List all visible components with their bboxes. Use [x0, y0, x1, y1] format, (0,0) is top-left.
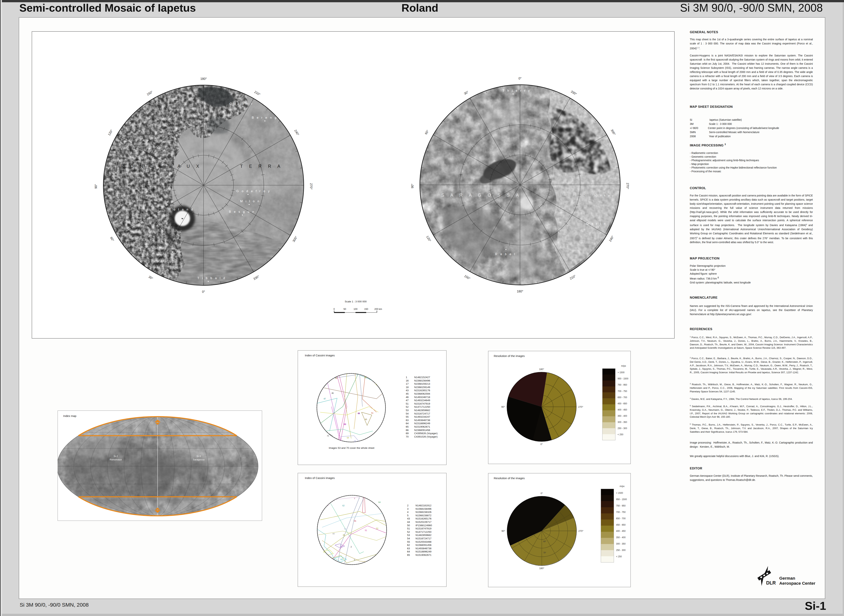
- svg-text:51: 51: [406, 402, 409, 405]
- svg-text:G o d e f r o y: G o d e f r o y: [237, 189, 271, 193]
- svg-text:66: 66: [406, 429, 409, 431]
- svg-text:54: 54: [340, 545, 342, 547]
- svg-text:Si-3: Si-3: [196, 455, 201, 458]
- svg-text:N1493846738: N1493846738: [414, 419, 430, 422]
- svg-text:Images 53 and 70 cover the who: Images 53 and 70 cover the whole sheet: [329, 447, 374, 449]
- svg-text:55: 55: [406, 415, 409, 418]
- svg-text:N1516747919: N1516747919: [416, 527, 431, 530]
- svg-text:N1568091456: N1568091456: [416, 544, 431, 546]
- svg-text:63: 63: [407, 547, 410, 550]
- svg-text:17: 17: [406, 383, 409, 385]
- svg-text:270°: 270°: [310, 183, 313, 189]
- svg-text:240°: 240°: [608, 235, 615, 242]
- svg-text:N1482152427: N1482152427: [414, 376, 430, 379]
- svg-text:Resolution of the images: Resolution of the images: [494, 477, 525, 480]
- svg-text:400 - 450: 400 - 450: [618, 408, 627, 411]
- svg-text:T E R R A: T E R R A: [555, 192, 597, 197]
- svg-text:62: 62: [343, 505, 345, 507]
- svg-text:45: 45: [406, 392, 409, 395]
- svg-text:N1518896249: N1518896249: [416, 550, 431, 553]
- svg-text:210°: 210°: [569, 274, 576, 280]
- svg-text:50: 50: [344, 308, 346, 311]
- svg-text:150°: 150°: [464, 274, 471, 280]
- svg-text:Index map: Index map: [63, 414, 76, 418]
- svg-text:0°: 0°: [202, 290, 205, 293]
- svg-text:N1482859682: N1482859682: [414, 409, 430, 412]
- svg-text:90°: 90°: [501, 405, 505, 408]
- svg-text:Index of Cassini images: Index of Cassini images: [305, 354, 335, 357]
- svg-text:43: 43: [406, 389, 409, 392]
- svg-text:55: 55: [354, 440, 356, 442]
- svg-text:46: 46: [406, 396, 409, 399]
- svg-text:O g i e r: O g i e r: [188, 124, 208, 128]
- svg-text:T E R R A: T E R R A: [240, 164, 283, 169]
- svg-text:N1493846738: N1493846738: [416, 547, 431, 550]
- svg-text:2: 2: [407, 504, 409, 507]
- svg-text:C4395626 (Voyager): C4395626 (Voyager): [414, 432, 438, 435]
- svg-text:N1482181912: N1482181912: [416, 504, 431, 507]
- svg-text:63: 63: [341, 558, 343, 560]
- svg-text:65: 65: [323, 551, 326, 553]
- svg-text:55: 55: [407, 540, 410, 543]
- svg-text:270°: 270°: [626, 183, 629, 189]
- svg-text:63: 63: [406, 419, 409, 422]
- svg-text:G e r i n: G e r i n: [586, 222, 606, 225]
- svg-text:60°: 60°: [110, 236, 115, 242]
- svg-text:45: 45: [365, 418, 367, 421]
- svg-text:52: 52: [407, 531, 410, 533]
- svg-text:4: 4: [354, 497, 355, 500]
- svg-text:65: 65: [407, 554, 410, 556]
- svg-text:60°: 60°: [543, 540, 546, 543]
- svg-text:43: 43: [343, 534, 345, 536]
- svg-text:750 - 950: 750 - 950: [618, 384, 627, 386]
- svg-text:65: 65: [406, 425, 409, 428]
- svg-text:47: 47: [406, 399, 409, 402]
- svg-text:N1471712250: N1471712250: [414, 405, 430, 408]
- svg-text:120°: 120°: [107, 129, 113, 136]
- svg-text:400 - 450: 400 - 450: [616, 530, 626, 532]
- svg-text:55: 55: [354, 520, 356, 522]
- svg-text:51: 51: [365, 529, 367, 531]
- svg-text:Roncevaux: Roncevaux: [110, 458, 122, 461]
- svg-text:180°: 180°: [539, 567, 544, 570]
- svg-text:T i b b a l d: T i b b a l d: [197, 276, 226, 280]
- svg-text:47: 47: [323, 397, 326, 400]
- svg-text:300°: 300°: [610, 129, 616, 136]
- svg-text:N1516265176: N1516265176: [414, 389, 430, 392]
- svg-text:330°: 330°: [253, 274, 260, 281]
- svg-text:m/px: m/px: [620, 485, 625, 488]
- svg-text:16: 16: [406, 379, 409, 382]
- svg-text:O t h e r: O t h e r: [596, 194, 615, 197]
- svg-text:Index of Cassini images: Index of Cassini images: [305, 476, 335, 480]
- svg-text:270°: 270°: [578, 529, 584, 532]
- svg-text:60°: 60°: [424, 129, 429, 135]
- svg-text:70: 70: [327, 435, 329, 437]
- svg-text:5: 5: [407, 514, 409, 517]
- svg-text:R a b e l: R a b e l: [495, 252, 516, 256]
- svg-text:64: 64: [378, 501, 381, 503]
- svg-text:450 - 650: 450 - 650: [616, 524, 626, 526]
- svg-text:43: 43: [407, 517, 410, 520]
- svg-text:m/px: m/px: [621, 365, 626, 367]
- svg-text:4: 4: [407, 510, 409, 513]
- svg-text:950 - 1500: 950 - 1500: [618, 377, 628, 380]
- svg-text:54: 54: [406, 412, 409, 415]
- svg-text:1: 1: [340, 430, 341, 432]
- svg-text:0°: 0°: [541, 443, 543, 446]
- svg-text:C4391026 (Voyager): C4391026 (Voyager): [414, 435, 438, 438]
- svg-text:210°: 210°: [254, 90, 261, 96]
- svg-text:N1568062594: N1568062594: [414, 392, 430, 395]
- svg-text:64: 64: [347, 437, 349, 439]
- svg-text:German: German: [779, 576, 795, 581]
- svg-text:N1518896249: N1518896249: [414, 422, 430, 425]
- svg-text:R o l a n d: R o l a n d: [168, 208, 194, 211]
- svg-text:50: 50: [407, 524, 410, 527]
- svg-text:N1471712250: N1471712250: [416, 531, 431, 533]
- svg-text:N1568158326: N1568158326: [416, 510, 431, 513]
- svg-text:270°: 270°: [578, 405, 583, 408]
- svg-text:3: 3: [407, 507, 409, 510]
- svg-text:150: 150: [364, 308, 368, 311]
- svg-text:N1568159213: N1568159213: [414, 383, 430, 385]
- svg-text:1: 1: [406, 376, 407, 379]
- svg-text:M i l o n: M i l o n: [240, 199, 260, 203]
